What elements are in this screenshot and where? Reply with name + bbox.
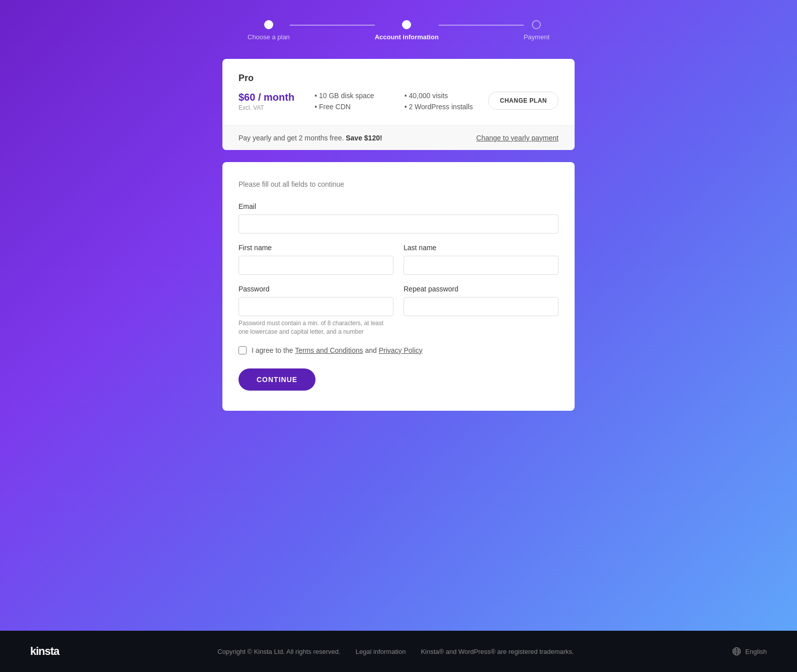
privacy-link[interactable]: Privacy Policy	[379, 346, 423, 354]
last-name-input[interactable]	[404, 256, 559, 275]
plan-card: Pro $60 / month Excl. VAT • 10 GB disk s…	[222, 59, 575, 150]
step-choose-plan: Choose a plan	[248, 20, 290, 41]
step-label-choose-plan: Choose a plan	[248, 33, 290, 41]
plan-details: $60 / month Excl. VAT • 10 GB disk space…	[238, 92, 559, 111]
feature-visits: • 40,000 visits	[405, 92, 473, 100]
yearly-banner-text: Pay yearly and get 2 months free. Save $…	[238, 134, 382, 142]
step-payment: Payment	[524, 20, 549, 41]
terms-label-text: I agree to the Terms and Conditions and …	[252, 346, 423, 354]
first-name-label: First name	[238, 244, 393, 252]
feature-wp-installs: • 2 WordPress installs	[405, 103, 473, 111]
plan-features-col2: • 40,000 visits • 2 WordPress installs	[405, 92, 473, 111]
repeat-password-input[interactable]	[404, 297, 559, 316]
continue-button[interactable]: CONTINUE	[238, 368, 315, 391]
step-line-1	[290, 25, 375, 26]
yearly-save-highlight: Save $120!	[346, 134, 382, 142]
step-label-payment: Payment	[524, 33, 549, 41]
email-group: Email	[238, 202, 559, 234]
terms-link[interactable]: Terms and Conditions	[295, 346, 363, 354]
step-circle-payment	[532, 20, 541, 29]
password-group: Password Password must contain a min. of…	[238, 285, 393, 336]
footer-language-label: English	[745, 648, 767, 655]
plan-price: $60 / month	[238, 92, 294, 103]
globe-icon	[732, 647, 741, 656]
password-hint: Password must contain a min. of 8 charac…	[238, 319, 393, 336]
feature-disk-space: • 10 GB disk space	[314, 92, 374, 100]
plan-vat: Excl. VAT	[238, 104, 294, 111]
footer-copyright: Copyright © Kinsta Ltd. All rights reser…	[217, 648, 340, 655]
step-account-info: Account information	[375, 20, 439, 41]
step-line-2	[439, 25, 524, 26]
change-plan-button[interactable]: CHANGE PLAN	[488, 92, 559, 110]
last-name-label: Last name	[404, 244, 559, 252]
change-to-yearly-link[interactable]: Change to yearly payment	[476, 134, 559, 142]
step-circle-choose-plan	[264, 20, 273, 29]
form-card: Please fill out all fields to continue E…	[222, 162, 575, 411]
step-label-account-info: Account information	[375, 33, 439, 41]
plan-features-col1: • 10 GB disk space • Free CDN	[314, 92, 374, 111]
footer-language[interactable]: English	[732, 647, 767, 656]
first-name-group: First name	[238, 244, 393, 275]
terms-row: I agree to the Terms and Conditions and …	[238, 346, 559, 354]
email-label: Email	[238, 202, 559, 210]
footer-legal-link[interactable]: Legal information	[356, 648, 406, 655]
step-circle-account-info	[402, 20, 411, 29]
email-input[interactable]	[238, 214, 559, 234]
repeat-password-label: Repeat password	[404, 285, 559, 293]
footer-links: Copyright © Kinsta Ltd. All rights reser…	[217, 648, 574, 655]
first-name-input[interactable]	[238, 256, 393, 275]
plan-title: Pro	[238, 73, 559, 84]
password-label: Password	[238, 285, 393, 293]
yearly-banner: Pay yearly and get 2 months free. Save $…	[222, 125, 575, 150]
terms-checkbox[interactable]	[238, 346, 247, 354]
footer-trademark: Kinsta® and WordPress® are registered tr…	[421, 648, 574, 655]
form-instruction: Please fill out all fields to continue	[238, 180, 559, 188]
password-input[interactable]	[238, 297, 393, 316]
last-name-group: Last name	[404, 244, 559, 275]
footer: kinsta Copyright © Kinsta Ltd. All right…	[0, 631, 797, 672]
name-row: First name Last name	[238, 244, 559, 285]
stepper: Choose a plan Account information Paymen…	[248, 20, 549, 41]
footer-logo: kinsta	[30, 645, 59, 658]
password-row: Password Password must contain a min. of…	[238, 285, 559, 346]
plan-features-row: • 10 GB disk space • Free CDN • 40,000 v…	[314, 92, 488, 111]
feature-cdn: • Free CDN	[314, 103, 374, 111]
repeat-password-group: Repeat password	[404, 285, 559, 336]
plan-price-block: $60 / month Excl. VAT	[238, 92, 294, 111]
